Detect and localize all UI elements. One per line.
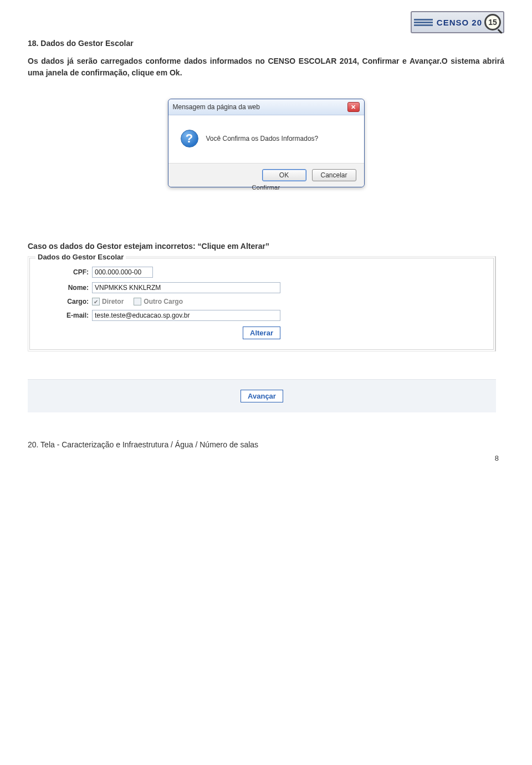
question-icon: ? (181, 130, 198, 147)
checkbox-empty-icon (134, 298, 141, 305)
intro-paragraph: Os dados já serão carregados conforme da… (28, 55, 504, 79)
cropped-confirm-button: Confirmar (168, 184, 365, 191)
alt-instruction: Caso os dados do Gestor estejam incorret… (28, 242, 504, 251)
avancar-area: Avançar (28, 379, 504, 412)
nome-input[interactable] (92, 282, 280, 293)
gestor-panel: Dados do Gestor Escolar CPF: Nome: Cargo… (28, 256, 496, 351)
ok-button[interactable]: OK (262, 169, 306, 181)
dialog-titlebar: Mensagem da página da web ✕ (168, 99, 364, 115)
logo-text: CENSO 20 (437, 18, 482, 27)
page-header: CENSO 20 15 (28, 11, 504, 33)
section-heading: 18. Dados do Gestor Escolar (28, 39, 504, 48)
cargo-outro-label: Outro Cargo (144, 298, 183, 305)
cargo-diretor-checkbox[interactable]: ✔ Diretor (92, 298, 124, 305)
cancel-button[interactable]: Cancelar (312, 169, 356, 181)
dialog-wrap: Mensagem da página da web ✕ ? Você Confi… (28, 99, 504, 192)
avancar-button[interactable]: Avançar (241, 390, 283, 402)
logo-magnifier-icon: 15 (484, 14, 501, 30)
checkbox-checked-icon: ✔ (92, 298, 100, 305)
cargo-diretor-label: Diretor (102, 298, 124, 305)
dialog-body: ? Você Confirma os Dados Informados? (168, 115, 364, 163)
dialog-button-row: OK Cancelar (168, 163, 364, 187)
close-icon[interactable]: ✕ (347, 102, 360, 112)
cargo-label: Cargo: (39, 298, 89, 305)
dialog-message: Você Confirma os Dados Informados? (206, 135, 319, 142)
censo-logo: CENSO 20 15 (411, 11, 504, 33)
nome-label: Nome: (39, 284, 89, 292)
gestor-fieldset: Dados do Gestor Escolar CPF: Nome: Cargo… (29, 258, 494, 350)
email-label: E-mail: (39, 312, 89, 319)
row-cargo: Cargo: ✔ Diretor Outro Cargo (39, 298, 484, 305)
fieldset-legend: Dados do Gestor Escolar (35, 253, 126, 261)
alterar-row: Alterar (39, 327, 484, 339)
cpf-label: CPF: (39, 268, 89, 276)
logo-year-highlight: 15 (488, 18, 497, 27)
next-screen-line: 20. Tela - Caracterização e Infraestrutu… (28, 440, 504, 449)
cargo-outro-checkbox[interactable]: Outro Cargo (134, 298, 183, 305)
logo-bars-icon (414, 19, 433, 26)
row-email: E-mail: (39, 310, 484, 321)
email-input[interactable] (92, 310, 280, 321)
row-cpf: CPF: (39, 267, 484, 278)
confirm-dialog: Mensagem da página da web ✕ ? Você Confi… (168, 99, 365, 187)
dialog-title-text: Mensagem da página da web (173, 103, 260, 111)
page-number: 8 (495, 454, 499, 462)
row-nome: Nome: (39, 282, 484, 293)
cpf-input[interactable] (92, 267, 153, 278)
alterar-button[interactable]: Alterar (243, 327, 280, 339)
